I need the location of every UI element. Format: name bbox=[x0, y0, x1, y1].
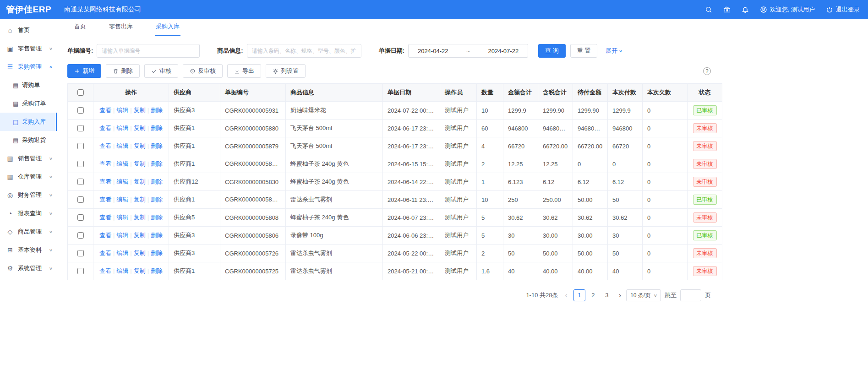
column-settings-button[interactable]: 列设置 bbox=[266, 64, 306, 78]
sidebar-item-system-mgmt[interactable]: ⚙系统管理∨ bbox=[0, 259, 57, 277]
row-action-view[interactable]: 查看 bbox=[99, 160, 111, 167]
help-icon[interactable]: ? bbox=[703, 67, 711, 75]
row-action-edit[interactable]: 编辑 bbox=[116, 196, 128, 203]
product-info-input[interactable] bbox=[247, 44, 361, 58]
row-action-view[interactable]: 查看 bbox=[99, 267, 111, 274]
prev-page-button[interactable]: ‹ bbox=[563, 292, 568, 299]
row-checkbox[interactable] bbox=[77, 214, 84, 221]
app-center-icon[interactable] bbox=[723, 6, 731, 13]
row-action-edit[interactable]: 编辑 bbox=[116, 107, 128, 114]
sidebar-item-purchase-order[interactable]: ▤采购订单 bbox=[0, 94, 57, 113]
welcome-user[interactable]: 欢迎您, 测试用户 bbox=[760, 5, 815, 14]
row-checkbox[interactable] bbox=[77, 232, 84, 239]
row-checkbox[interactable] bbox=[77, 161, 84, 167]
purchase-inbound-table: 操作供应商单据编号商品信息单据日期操作员数量金额合计含税合计待付金额本次付款本次… bbox=[67, 83, 722, 280]
row-action-copy[interactable]: 复制 bbox=[134, 107, 146, 114]
row-action-delete[interactable]: 删除 bbox=[151, 160, 163, 167]
sidebar-item-warehouse-mgmt[interactable]: ▦仓库管理∨ bbox=[0, 168, 57, 186]
audit-button[interactable]: 审核 bbox=[144, 64, 178, 78]
page-button-3[interactable]: 3 bbox=[601, 289, 613, 301]
sidebar-item-home[interactable]: ⌂首页 bbox=[0, 21, 57, 39]
row-action-edit[interactable]: 编辑 bbox=[116, 178, 128, 185]
row-action-copy[interactable]: 复制 bbox=[134, 142, 146, 149]
delete-button[interactable]: 删除 bbox=[106, 64, 140, 78]
cell-product: 蜂蜜柚子茶 240g 黄色 bbox=[286, 155, 383, 173]
row-action-delete[interactable]: 删除 bbox=[151, 232, 163, 239]
sidebar-item-basic-data[interactable]: ⊞基本资料∨ bbox=[0, 241, 57, 259]
next-page-button[interactable]: › bbox=[617, 292, 622, 299]
row-action-edit[interactable]: 编辑 bbox=[116, 125, 128, 131]
row-action-copy[interactable]: 复制 bbox=[134, 232, 146, 239]
tab-home[interactable]: 首页 bbox=[73, 19, 87, 36]
sidebar-item-sales-mgmt[interactable]: ▥销售管理∨ bbox=[0, 149, 57, 168]
row-action-view[interactable]: 查看 bbox=[99, 250, 111, 256]
row-checkbox[interactable] bbox=[77, 179, 84, 185]
add-button[interactable]: 新增 bbox=[67, 64, 101, 78]
row-action-delete[interactable]: 删除 bbox=[151, 214, 163, 221]
row-action-edit[interactable]: 编辑 bbox=[116, 232, 128, 239]
search-button[interactable]: 查 询 bbox=[538, 44, 566, 58]
date-label: 单据日期: bbox=[379, 47, 404, 55]
row-checkbox[interactable] bbox=[77, 125, 84, 131]
date-range-picker[interactable]: 2024-04-22 ~ 2024-07-22 bbox=[408, 44, 528, 58]
row-action-view[interactable]: 查看 bbox=[99, 232, 111, 239]
row-checkbox[interactable] bbox=[77, 250, 84, 256]
row-action-edit[interactable]: 编辑 bbox=[116, 214, 128, 221]
row-action-copy[interactable]: 复制 bbox=[134, 196, 146, 203]
row-action-edit[interactable]: 编辑 bbox=[116, 267, 128, 274]
logout-button[interactable]: 退出登录 bbox=[826, 5, 860, 14]
sidebar-item-purchase-request[interactable]: ▤请购单 bbox=[0, 76, 57, 94]
sidebar-item-goods-mgmt[interactable]: ◇商品管理∨ bbox=[0, 223, 57, 241]
row-checkbox[interactable] bbox=[77, 107, 84, 114]
row-action-copy[interactable]: 复制 bbox=[134, 178, 146, 185]
row-action-delete[interactable]: 删除 bbox=[151, 196, 163, 203]
page-size-select[interactable]: 10 条/页 ∨ bbox=[626, 289, 661, 301]
row-checkbox[interactable] bbox=[77, 196, 84, 203]
page-button-1[interactable]: 1 bbox=[573, 289, 585, 301]
row-action-view[interactable]: 查看 bbox=[99, 125, 111, 131]
row-action-copy[interactable]: 复制 bbox=[134, 250, 146, 256]
order-no-input[interactable] bbox=[97, 44, 200, 58]
row-action-copy[interactable]: 复制 bbox=[134, 125, 146, 131]
row-action-copy[interactable]: 复制 bbox=[134, 267, 146, 274]
row-action-edit[interactable]: 编辑 bbox=[116, 250, 128, 256]
select-all-checkbox[interactable] bbox=[77, 89, 84, 96]
sidebar-item-retail-mgmt[interactable]: ▣零售管理∨ bbox=[0, 39, 57, 58]
row-action-edit[interactable]: 编辑 bbox=[116, 160, 128, 167]
export-button[interactable]: 导出 bbox=[227, 64, 261, 78]
reset-button[interactable]: 重 置 bbox=[570, 44, 598, 58]
sidebar-item-finance-mgmt[interactable]: ◎财务管理∨ bbox=[0, 186, 57, 204]
row-action-view[interactable]: 查看 bbox=[99, 196, 111, 203]
row-action-delete[interactable]: 删除 bbox=[151, 267, 163, 274]
cell-status: 已审核 bbox=[688, 227, 722, 245]
notification-bell-icon[interactable] bbox=[742, 6, 749, 13]
expand-link[interactable]: 展开 ∨ bbox=[606, 47, 622, 55]
row-action-copy[interactable]: 复制 bbox=[134, 214, 146, 221]
sidebar-item-report-query[interactable]: ◔报表查询∨ bbox=[0, 204, 57, 223]
row-action-view[interactable]: 查看 bbox=[99, 107, 111, 114]
unaudit-button[interactable]: 反审核 bbox=[183, 64, 223, 78]
sidebar-item-purchase-mgmt[interactable]: ☰采购管理∧ bbox=[0, 58, 57, 76]
cell-amount: 40 bbox=[503, 262, 538, 280]
row-action-delete[interactable]: 删除 bbox=[151, 178, 163, 185]
row-action-delete[interactable]: 删除 bbox=[151, 125, 163, 131]
jump-page-input[interactable] bbox=[680, 289, 701, 301]
search-icon[interactable] bbox=[705, 6, 712, 13]
tab-purchase-inbound[interactable]: 采购入库 bbox=[155, 19, 180, 36]
row-action-delete[interactable]: 删除 bbox=[151, 250, 163, 256]
tab-retail-outbound[interactable]: 零售出库 bbox=[108, 19, 134, 36]
row-action-delete[interactable]: 删除 bbox=[151, 107, 163, 114]
row-action-view[interactable]: 查看 bbox=[99, 142, 111, 149]
date-from-value[interactable]: 2024-04-22 bbox=[418, 48, 448, 54]
sidebar-item-purchase-return[interactable]: ▤采购退货 bbox=[0, 131, 57, 149]
row-action-delete[interactable]: 删除 bbox=[151, 142, 163, 149]
row-checkbox[interactable] bbox=[77, 143, 84, 149]
row-action-edit[interactable]: 编辑 bbox=[116, 142, 128, 149]
row-action-view[interactable]: 查看 bbox=[99, 178, 111, 185]
sidebar-item-purchase-inbound[interactable]: ▤采购入库 bbox=[0, 113, 57, 131]
row-checkbox[interactable] bbox=[77, 268, 84, 274]
row-action-copy[interactable]: 复制 bbox=[134, 160, 146, 167]
date-to-value[interactable]: 2024-07-22 bbox=[488, 48, 519, 54]
row-action-view[interactable]: 查看 bbox=[99, 214, 111, 221]
page-button-2[interactable]: 2 bbox=[587, 289, 599, 301]
